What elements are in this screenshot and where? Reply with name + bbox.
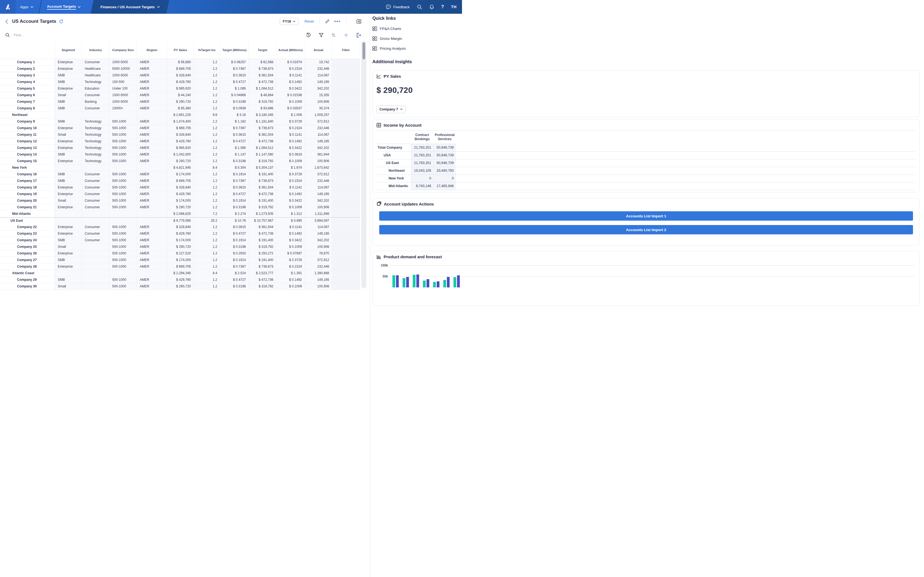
reset-button[interactable]: Reset [304, 19, 314, 23]
actual-millions-cell[interactable]: $ 0.1141 [276, 184, 305, 191]
actual-cell[interactable]: 1,673,642 [305, 164, 332, 171]
anaplan-logo[interactable] [0, 0, 15, 14]
target-millions-cell[interactable]: $ 0.4727 [220, 191, 249, 198]
export-button[interactable] [356, 33, 361, 38]
target-inc-cell[interactable]: 8.4 [194, 164, 220, 171]
actual-millions-cell[interactable]: $ 0.1009 [276, 158, 305, 164]
actual-cell[interactable]: 372,912 [305, 118, 332, 125]
back-button[interactable] [5, 19, 8, 24]
py-sales-cell[interactable]: $ 2,066,825 [167, 211, 194, 218]
industry-cell[interactable] [82, 257, 110, 263]
actual-millions-cell[interactable]: $ 0.1009 [276, 244, 305, 250]
actual-millions-cell[interactable]: $ 0.1141 [276, 72, 305, 79]
column-header-py-sales[interactable]: PY Sales [167, 41, 194, 59]
company-size-cell[interactable]: 500-1000 [110, 145, 137, 152]
target-inc-cell[interactable]: 1.2 [194, 237, 220, 244]
industry-cell[interactable]: Technology [82, 79, 110, 85]
industry-cell[interactable] [82, 263, 110, 270]
py-sales-cell[interactable]: $ 2,891,225 [167, 112, 194, 118]
target-inc-cell[interactable]: 1.2 [194, 277, 220, 283]
target-cell[interactable]: $ 62,568 [249, 59, 276, 66]
segment-cell[interactable]: SMB [55, 72, 82, 79]
target-inc-cell[interactable]: 1.2 [194, 171, 220, 178]
row-label-cell[interactable]: Company 11 [0, 132, 55, 138]
target-inc-cell[interactable]: 1.2 [194, 92, 220, 98]
filter-cell[interactable] [332, 198, 360, 204]
row-label-cell[interactable]: Company 23 [0, 230, 55, 237]
industry-cell[interactable]: Consumer [82, 105, 110, 112]
row-label-cell[interactable]: Company 27 [0, 257, 55, 263]
filter-cell[interactable] [332, 257, 360, 263]
row-label-cell[interactable]: Company 20 [0, 198, 55, 204]
target-inc-cell[interactable]: 1.2 [194, 66, 220, 72]
filter-cell[interactable] [332, 184, 360, 191]
py-sales-cell[interactable]: $ 429,760 [167, 230, 194, 237]
target-millions-cell[interactable]: $ 0.7367 [220, 263, 249, 270]
region-cell[interactable]: AMER [137, 145, 167, 152]
filter-cell[interactable] [332, 230, 360, 237]
segment-cell[interactable]: Enterprise [55, 230, 82, 237]
actual-millions-cell[interactable]: $ 0.3729 [276, 118, 305, 125]
target-cell[interactable]: $ 1,147,080 [249, 152, 276, 158]
actual-cell[interactable]: 100,906 [305, 158, 332, 164]
actual-cell[interactable]: 372,912 [305, 171, 332, 178]
py-sales-cell[interactable]: $ 174,000 [167, 257, 194, 263]
tab-finances-us-account-targets[interactable]: Finances / US Account Targets [92, 0, 168, 14]
row-label-cell[interactable]: Company 19 [0, 191, 55, 198]
industry-cell[interactable] [82, 164, 110, 171]
row-label-cell[interactable]: Northeast [0, 112, 55, 118]
region-cell[interactable]: AMER [137, 198, 167, 204]
industry-cell[interactable]: Consumer [82, 59, 110, 66]
actual-millions-cell[interactable]: $ 0.1009 [276, 98, 305, 105]
region-cell[interactable]: AMER [137, 118, 167, 125]
target-inc-cell[interactable]: 1.2 [194, 244, 220, 250]
segment-cell[interactable]: Enterprise [55, 125, 82, 132]
target-inc-cell[interactable]: 1.2 [194, 158, 220, 164]
actual-cell[interactable]: 1,009,257 [305, 112, 332, 118]
py-sales-cell[interactable]: $ 290,720 [167, 244, 194, 250]
target-cell[interactable]: $ 319,792 [249, 158, 276, 164]
column-header-target[interactable]: Target [249, 41, 276, 59]
row-label-cell[interactable]: Company 16 [0, 171, 55, 178]
edit-button[interactable] [325, 19, 330, 24]
target-cell[interactable]: $ 472,736 [249, 79, 276, 85]
filter-cell[interactable] [332, 283, 360, 288]
row-label-cell[interactable]: Company 22 [0, 224, 55, 230]
company-size-cell[interactable]: 10000+ [110, 105, 137, 112]
filter-cell[interactable] [332, 270, 360, 277]
actual-millions-cell[interactable]: $ 0.3422 [276, 85, 305, 92]
target-millions-cell[interactable]: $ 0.3615 [220, 72, 249, 79]
filter-cell[interactable] [332, 132, 360, 138]
py-sales-cell[interactable]: $ 290,720 [167, 158, 194, 164]
py-sales-cell[interactable]: $ 328,640 [167, 184, 194, 191]
actual-millions-cell[interactable]: $ 0.01974 [276, 59, 305, 66]
actual-millions-cell[interactable]: $ 1.312 [276, 211, 305, 218]
actual-millions-cell[interactable]: $ 0.03537 [276, 105, 305, 112]
company-size-cell[interactable]: 500-1000 [110, 158, 137, 164]
row-label-cell[interactable]: Company 8 [0, 105, 55, 112]
target-millions-cell[interactable]: $ 10.76 [220, 218, 249, 224]
segment-cell[interactable] [55, 164, 82, 171]
target-inc-cell[interactable]: 1.2 [194, 224, 220, 230]
company-size-cell[interactable]: 500-1000 [110, 171, 137, 178]
region-cell[interactable]: AMER [137, 152, 167, 158]
company-size-cell[interactable]: 100-500 [110, 79, 137, 85]
py-sales-cell[interactable]: $ 429,760 [167, 79, 194, 85]
row-label-cell[interactable]: Company 17 [0, 178, 55, 184]
row-label-cell[interactable]: Company 9 [0, 118, 55, 125]
row-label-cell[interactable]: Company 30 [0, 283, 55, 288]
column-header-segment[interactable]: Segment [55, 41, 82, 59]
target-cell[interactable]: $ 2,273,505 [249, 211, 276, 218]
segment-cell[interactable]: Enterprise [55, 250, 82, 257]
column-header-target-millions[interactable]: Target (Millions) [220, 41, 249, 59]
region-cell[interactable]: AMER [137, 125, 167, 132]
py-sales-cell[interactable]: $ 669,705 [167, 66, 194, 72]
target-cell[interactable]: $ 361,504 [249, 184, 276, 191]
actual-cell[interactable]: 114,067 [305, 72, 332, 79]
target-cell[interactable]: $ 191,400 [249, 198, 276, 204]
filter-cell[interactable] [332, 125, 360, 132]
region-cell[interactable] [137, 112, 167, 118]
actual-millions-cell[interactable]: $ 0.3422 [276, 145, 305, 152]
py-sales-cell[interactable]: $ 2,294,345 [167, 270, 194, 277]
target-millions-cell[interactable]: $ 0.4727 [220, 138, 249, 145]
